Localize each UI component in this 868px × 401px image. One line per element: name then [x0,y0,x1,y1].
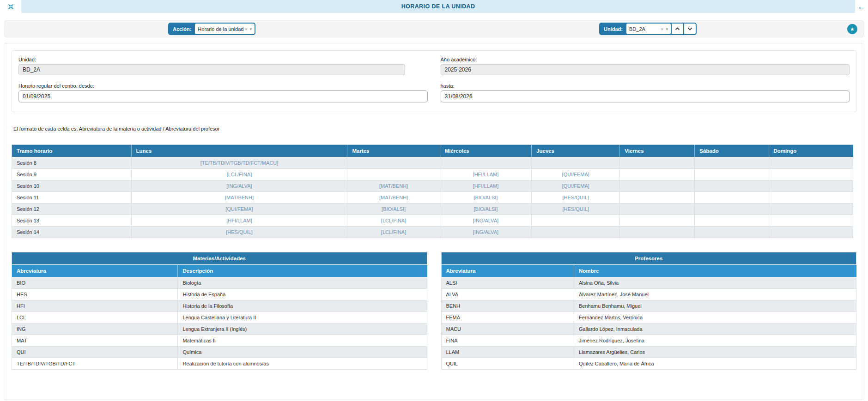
schedule-cell [440,157,531,169]
table-cell: Historia de España [178,289,427,300]
schedule-cell: [BIO/ALSI] [440,192,531,203]
table-cell: MAT [12,335,178,347]
schedule-cell [769,227,853,238]
session-label: Sesión 10 [12,180,132,192]
table-header-row: Abreviatura Nombre [441,265,856,277]
table-row: TE/TB/TDIV/TGB/TD/FCTRealización de tuto… [12,358,427,370]
collapse-menu-button[interactable] [0,0,21,13]
schedule-cell [769,180,853,192]
table-cell: Llamazares Argüelles, Carlos [574,347,856,358]
accion-select[interactable]: Horario de la unidad × ▾ [195,24,255,34]
table-cell: LCL [12,312,178,323]
schedule-cell: [TE/TB/TDIV/TGB/TD/FCT/MACU] [131,157,347,169]
schedule-cell [769,157,853,169]
schedule-cell: [HFI/LLAM] [440,169,531,180]
table-cell: MACU [441,323,574,335]
table-cell: Biología [178,277,427,289]
timetable-header-row: Tramo horario Lunes Martes Miércoles Jue… [12,145,853,157]
unidad-previous-button[interactable] [671,24,683,34]
column-header-tramo: Tramo horario [12,145,132,157]
unidad-value: BD_2A [629,26,645,32]
schedule-cell: [HES/QUIL] [532,203,620,215]
schedule-cell: [ING/ALVA] [440,215,531,227]
title-bar: HORARIO DE LA UNIDAD [21,0,855,13]
table-cell: FINA [441,335,574,347]
table-row: MATMatemáticas II [12,335,427,347]
table-cell: Álvarez Martínez, José Manuel [574,289,856,300]
schedule-cell [620,215,695,227]
clear-icon[interactable]: × [244,26,247,32]
timetable-row: Sesión 9[LCL/FINA][HFI/LLAM][QUI/FEMA] [12,169,853,180]
back-button[interactable]: ← [858,3,866,11]
chevron-down-icon [687,27,692,30]
schedule-cell [769,215,853,227]
schedule-cell: [HES/QUIL] [131,227,347,238]
desde-field-group: Horario regular del centro, desde: [18,83,428,102]
clear-icon[interactable]: × [661,26,663,32]
column-header-miercoles: Miércoles [440,145,531,157]
materias-table: Materias/Actividades Abreviatura Descrip… [12,252,427,370]
schedule-cell: [ING/ALVA] [131,180,347,192]
accion-control: Acción: Horario de la unidad × ▾ [168,23,255,35]
schedule-cell [769,203,853,215]
table-row: ALVAÁlvarez Martínez, José Manuel [441,289,856,300]
schedule-cell [532,227,620,238]
desde-date-field[interactable] [18,90,428,102]
topbar: HORARIO DE LA UNIDAD ← [0,0,868,13]
back-arrow-icon: ← [858,2,866,11]
column-header-martes: Martes [347,145,440,157]
hasta-field-group: hasta: [441,83,850,102]
schedule-cell [532,215,620,227]
toolbar: Acción: Horario de la unidad × ▾ Unidad:… [4,20,864,37]
session-label: Sesión 9 [12,169,132,180]
chevron-up-icon [675,27,680,30]
table-cell: FEMA [441,312,574,323]
table-title-row: Profesores [441,252,856,265]
table-row: FEMAFernández Martos, Verónica [441,312,856,323]
timetable-row: Sesión 14[HES/QUIL][LCL/FINA][ING/ALVA] [12,227,853,238]
table-cell: BENH [441,300,574,312]
table-cell: Historia de la Filosofía [178,300,427,312]
unidad-next-button[interactable] [683,24,696,34]
schedule-cell [620,180,695,192]
schedule-cell: [LCL/FINA] [131,169,347,180]
favorite-button[interactable]: ★ [847,24,857,34]
compress-arrows-icon [7,3,14,10]
lookup-tables: Materias/Actividades Abreviatura Descrip… [12,252,856,370]
schedule-cell: [HFI/LLAM] [131,215,347,227]
table-cell: Química [178,347,427,358]
star-icon: ★ [850,26,855,32]
schedule-cell: [BIO/ALSI] [440,203,531,215]
unidad-control: Unidad: BD_2A × ▾ [599,23,697,35]
unidad-label: Unidad: [600,24,626,34]
schedule-cell [695,192,769,203]
materias-title: Materias/Actividades [12,252,427,265]
table-cell: BIO [12,277,178,289]
table-row: QUIQuímica [12,347,427,358]
profesores-title: Profesores [441,252,856,265]
schedule-cell: [QUI/FEMA] [131,203,347,215]
unidad-select[interactable]: BD_2A × ▾ [626,24,671,34]
table-cell: Benhamu Benhamu, Miguel [574,300,856,312]
table-cell: QUIL [441,358,574,370]
schedule-cell: [MAT/BENH] [131,192,347,203]
timetable-row: Sesión 12[QUI/FEMA][BIO/ALSI][BIO/ALSI][… [12,203,853,215]
caret-down-icon: ▾ [250,27,252,31]
topbar-right: ← [855,0,868,13]
table-row: LLAMLlamazares Argüelles, Carlos [441,347,856,358]
profesores-table: Profesores Abreviatura Nombre ALSIAlsina… [441,252,857,370]
timetable-row: Sesión 13[HFI/LLAM][LCL/FINA][ING/ALVA] [12,215,853,227]
session-label: Sesión 11 [12,192,132,203]
desde-field-label: Horario regular del centro, desde: [18,83,428,89]
timetable-row: Sesión 10[ING/ALVA][MAT/BENH][HFI/LLAM][… [12,180,853,192]
hasta-date-field[interactable] [441,90,850,102]
column-header-nombre: Nombre [574,265,856,277]
anio-field-label: Año académico: [441,57,850,62]
schedule-cell [695,157,769,169]
column-header-domingo: Domingo [769,145,853,157]
schedule-cell [620,203,695,215]
column-header-abreviatura: Abreviatura [12,265,178,277]
table-cell: Realización de tutoría con alumnos/as [178,358,427,370]
column-header-lunes: Lunes [131,145,347,157]
table-cell: HES [12,289,178,300]
